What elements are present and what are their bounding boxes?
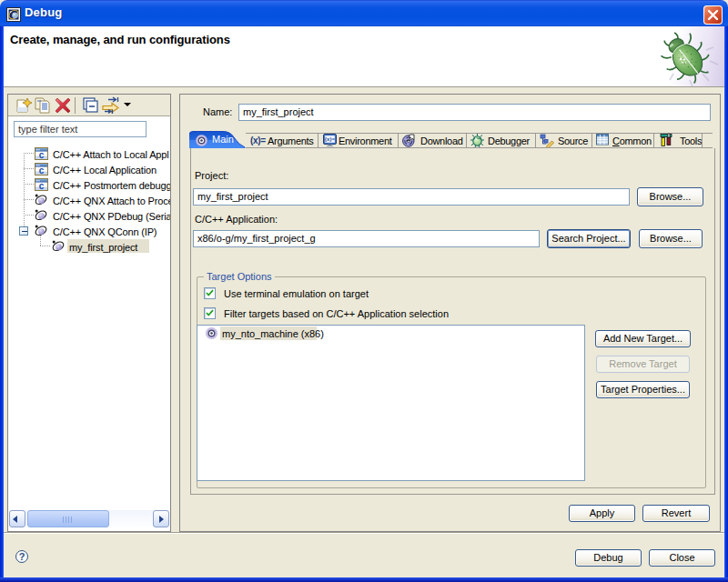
svg-text:c: c (39, 150, 45, 160)
svg-text:(x)=: (x)= (325, 136, 335, 142)
svg-text:c: c (39, 181, 45, 191)
svg-text:c: c (39, 166, 45, 176)
